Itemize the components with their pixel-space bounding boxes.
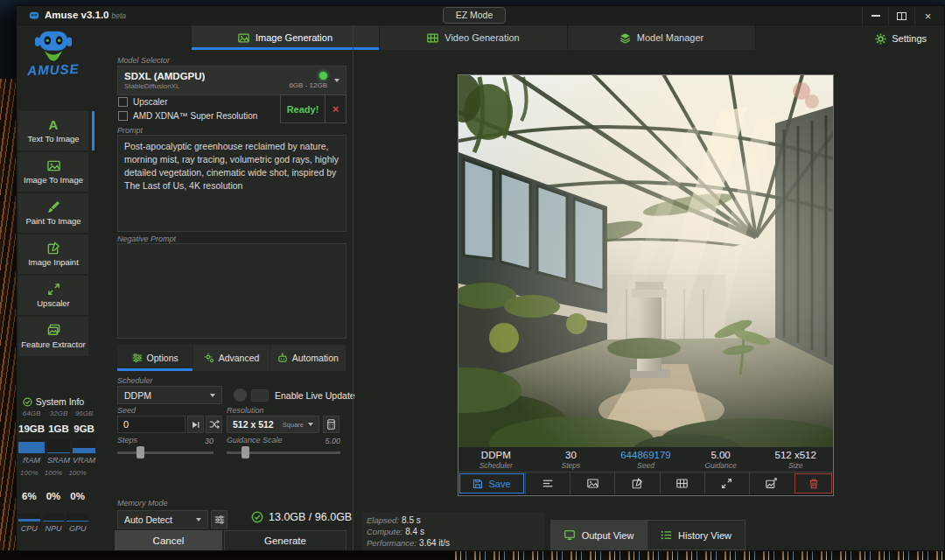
xdna-checkbox[interactable] [118, 111, 128, 121]
sidebar-item-feature-extractor[interactable]: Feature Extractor [18, 317, 88, 356]
prompt-input[interactable]: Post-apocalyptic greenhouse reclaimed by… [118, 136, 346, 231]
image-icon [47, 159, 60, 172]
save-button[interactable]: Save [459, 473, 524, 494]
sidebar-item-text-to-image[interactable]: A Text To Image [18, 111, 88, 150]
usage-stats: 100%6%CPU 100%0%NPU 100%0%GPU [18, 469, 88, 533]
sidebar-item-image-inpaint[interactable]: Image Inpaint [18, 234, 88, 274]
film-icon [676, 478, 688, 489]
sidebar-item-upscaler[interactable]: Upscaler [18, 276, 88, 315]
maximize-button[interactable] [888, 6, 914, 25]
delete-button[interactable] [794, 473, 832, 494]
generate-button[interactable]: Generate [224, 530, 346, 551]
system-info-panel: System Info 64GB19GBRAM 32GB1GBSRAM 96GB… [18, 396, 88, 533]
negative-prompt-input[interactable] [118, 244, 346, 338]
history-view-button[interactable]: History View [647, 520, 746, 550]
options-tab-bar: Options Advanced Automation [117, 345, 346, 371]
tab-automation[interactable]: Automation [270, 345, 346, 371]
image-icon [238, 32, 249, 44]
tab-model-manager[interactable]: Model Manager [568, 25, 756, 50]
scheduler-select[interactable]: DDPM [117, 386, 222, 404]
seed-label: Seed [117, 406, 136, 415]
letter-a-icon: A [49, 119, 59, 131]
output-view-button[interactable]: Output View [550, 520, 647, 550]
beta-badge: beta [112, 11, 127, 20]
generated-image[interactable] [458, 75, 833, 447]
model-info: SDXL (AMDGPU) StableDiffusionXL [124, 71, 289, 90]
gears-icon [204, 353, 214, 363]
send-to-image-button[interactable] [570, 472, 614, 494]
memory-tune-button[interactable] [211, 510, 228, 528]
vram-bar [73, 440, 95, 453]
settings-label: Settings [892, 33, 927, 44]
ez-mode-button[interactable]: EZ Mode [443, 7, 506, 24]
copy-prompt-button[interactable] [525, 472, 570, 494]
resolution-calculator-button[interactable] [323, 416, 340, 433]
model-subtitle: StableDiffusionXL [124, 82, 289, 90]
slider-thumb[interactable] [242, 446, 249, 458]
send-to-video-button[interactable] [660, 472, 704, 494]
panel-divider [353, 25, 354, 551]
resolution-preset: Square [283, 421, 304, 429]
monitor-icon [564, 529, 576, 541]
tab-image-generation[interactable]: Image Generation [192, 25, 380, 50]
memory-mode-label: Memory Mode [117, 499, 168, 508]
slider-track [117, 452, 214, 454]
wallpaper-left [0, 79, 17, 560]
memory-mode-select[interactable]: Auto Detect [117, 510, 208, 528]
generation-stats: DDPMScheduler 30Steps 644869179Seed 5.00… [458, 447, 833, 472]
cpu-bar [18, 514, 40, 522]
seed-input[interactable] [117, 416, 186, 433]
model-selector-dropdown[interactable]: SDXL (AMDGPU) StableDiffusionXL 6GB - 12… [117, 66, 346, 95]
sidebar-item-image-to-image[interactable]: Image To Image [18, 152, 88, 192]
ram-bar [18, 440, 45, 453]
resolution-value: 512 x 512 [233, 419, 274, 430]
tab-options[interactable]: Options [117, 345, 193, 371]
align-lines-icon [542, 478, 554, 489]
tab-label: Video Generation [444, 32, 519, 43]
main-tab-bar: Image Generation Video Generation Model … [192, 25, 756, 50]
edit-image-button[interactable] [614, 472, 659, 494]
ready-status: Ready! [281, 95, 325, 122]
resolution-select[interactable]: 512 x 512 Square [227, 416, 319, 433]
negative-prompt-label: Negative Prompt [117, 234, 176, 243]
tab-label: Model Manager [637, 32, 704, 43]
live-update-toggle[interactable] [251, 389, 269, 402]
export-image-button[interactable] [749, 472, 794, 494]
seed-step-button[interactable] [187, 416, 204, 433]
seed-randomize-button[interactable] [206, 416, 222, 433]
window-controls: × [862, 6, 941, 25]
model-ready-box: Ready! × [280, 94, 346, 123]
slider-thumb[interactable] [136, 446, 144, 458]
system-info-title: System Info [36, 396, 84, 407]
resize-icon [47, 283, 60, 296]
live-update-label: Enable Live Update [275, 390, 355, 401]
robot-logo-icon [31, 27, 76, 64]
live-update-toggle-knob[interactable] [234, 388, 247, 402]
app-window: Amuse v3.1.0beta EZ Mode × Image Generat… [16, 5, 945, 551]
tab-video-generation[interactable]: Video Generation [380, 25, 568, 50]
cancel-button[interactable]: Cancel [115, 530, 222, 551]
settings-button[interactable]: Settings [875, 30, 927, 47]
upscaler-checkbox[interactable] [118, 97, 128, 107]
shuffle-icon [209, 419, 220, 430]
memory-usage-value: 13.0GB / 96.0GB [269, 511, 352, 523]
xdna-option: AMD XDNA™ Super Resolution [118, 111, 257, 121]
prompt-label: Prompt [117, 126, 143, 135]
unload-model-button[interactable]: × [325, 95, 346, 122]
chevron-down-icon [308, 423, 313, 426]
resolution-label: Resolution [227, 406, 264, 415]
upscale-image-button[interactable] [704, 472, 749, 494]
title-bar: Amuse v3.1.0beta EZ Mode × [17, 6, 944, 25]
guidance-slider[interactable] [227, 446, 340, 458]
sidebar-item-paint-to-image[interactable]: Paint To Image [18, 193, 88, 233]
wallpaper-bottom-right [455, 550, 945, 560]
output-toolbar: Save [458, 472, 833, 494]
steps-slider[interactable] [117, 446, 214, 458]
close-button[interactable]: × [914, 6, 941, 25]
memory-usage: 13.0GB / 96.0GB [251, 511, 352, 523]
tab-advanced[interactable]: Advanced [193, 345, 270, 371]
steps-value: 30 [117, 437, 214, 445]
stat-guidance: 5.00Guidance [683, 450, 759, 470]
upscaler-option: Upscaler [118, 97, 167, 107]
minimize-button[interactable] [862, 6, 888, 25]
